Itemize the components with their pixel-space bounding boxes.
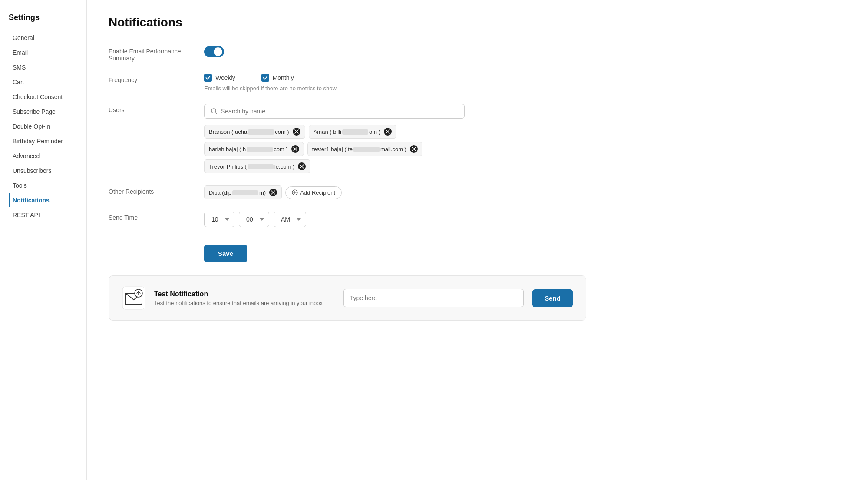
user-tag: tester1 bajaj ( temail.com ) [307, 142, 422, 156]
tag-text: Branson ( uchacom ) [209, 129, 289, 135]
other-recipients-row: Other Recipients Dipa (dipm)Add Recipien… [109, 185, 586, 199]
send-time-controls: 123456789101112 00153045 AMPM [204, 212, 586, 227]
hour-select[interactable]: 123456789101112 [204, 212, 234, 227]
enable-email-row: Enable Email Performance Summary [109, 45, 586, 62]
test-notification-title: Test Notification [154, 290, 335, 298]
test-input-wrap [343, 289, 524, 307]
page-title: Notifications [109, 16, 586, 30]
tag-remove-button[interactable] [410, 145, 418, 153]
period-select[interactable]: AMPM [274, 212, 306, 227]
search-box[interactable] [204, 104, 465, 119]
tag-remove-button[interactable] [298, 162, 306, 170]
users-content: Branson ( uchacom )Aman ( billiom )haris… [204, 104, 586, 173]
frequency-row: Frequency Weekly [109, 74, 586, 92]
test-text-content: Test Notification Test the notifications… [154, 290, 335, 306]
svg-line-1 [215, 113, 217, 114]
freq-weekly[interactable]: Weekly [204, 74, 235, 82]
minute-select-wrapper: 00153045 [239, 212, 269, 227]
tag-remove-button[interactable] [384, 128, 392, 136]
tag-text: tester1 bajaj ( temail.com ) [312, 146, 406, 152]
save-label-spacer [109, 239, 204, 242]
weekly-checkbox[interactable] [204, 74, 212, 82]
test-notification-bar: Test Notification Test the notifications… [109, 275, 586, 321]
weekly-label: Weekly [215, 74, 235, 81]
sidebar-item-notifications[interactable]: Notifications [9, 193, 86, 207]
freq-monthly[interactable]: Monthly [261, 74, 294, 82]
send-time-content: 123456789101112 00153045 AMPM [204, 212, 586, 227]
sidebar-item-double-opt-in[interactable]: Double Opt-in [9, 119, 86, 133]
user-tag: Trevor Philips (le.com ) [204, 159, 310, 173]
sidebar-item-tools[interactable]: Tools [9, 179, 86, 192]
enable-email-toggle[interactable] [204, 46, 224, 57]
period-select-wrapper: AMPM [274, 212, 306, 227]
sidebar-item-email[interactable]: Email [9, 46, 86, 60]
monthly-checkbox[interactable] [261, 74, 269, 82]
sidebar-item-checkout-consent[interactable]: Checkout Consent [9, 90, 86, 104]
sidebar: Settings GeneralEmailSMSCartCheckout Con… [0, 0, 87, 480]
frequency-label: Frequency [109, 74, 204, 83]
sidebar-item-unsubscribers[interactable]: Unsubscribers [9, 164, 86, 178]
send-button[interactable]: Send [532, 289, 573, 307]
recipient-remove-button[interactable] [269, 189, 277, 196]
test-notification-icon [122, 286, 145, 310]
main-content: Notifications Enable Email Performance S… [87, 0, 608, 480]
app-layout: Settings GeneralEmailSMSCartCheckout Con… [0, 0, 868, 480]
search-input[interactable] [221, 108, 458, 115]
user-tag: Branson ( uchacom ) [204, 125, 305, 139]
sidebar-item-rest-api[interactable]: REST API [9, 208, 86, 222]
add-recipient-button[interactable]: Add Recipient [285, 186, 342, 199]
user-tag: harish bajaj ( hcom ) [204, 142, 304, 156]
save-content: Save [204, 239, 586, 262]
tag-text: harish bajaj ( hcom ) [209, 146, 288, 152]
send-time-label: Send Time [109, 212, 204, 221]
save-row: Save [109, 239, 586, 262]
sidebar-item-cart[interactable]: Cart [9, 75, 86, 89]
sidebar-title: Settings [9, 13, 86, 22]
users-row: Users Branson ( uchacom )Aman ( billiom … [109, 104, 586, 173]
save-button[interactable]: Save [204, 245, 247, 262]
users-label: Users [109, 104, 204, 113]
enable-email-label: Enable Email Performance Summary [109, 45, 204, 62]
toggle-slider [204, 46, 224, 57]
frequency-note: Emails will be skipped if there are no m… [204, 85, 586, 92]
hour-select-wrapper: 123456789101112 [204, 212, 234, 227]
enable-email-content [204, 45, 586, 59]
recipients-list: Dipa (dipm)Add Recipient [204, 185, 586, 199]
tag-text: Aman ( billiom ) [314, 129, 380, 135]
monthly-label: Monthly [273, 74, 294, 81]
sidebar-item-subscribe-page[interactable]: Subscribe Page [9, 105, 86, 119]
search-icon [211, 108, 218, 115]
frequency-content: Weekly Monthly Emails will be skipped if… [204, 74, 586, 92]
user-tag: Aman ( billiom ) [309, 125, 396, 139]
sidebar-item-sms[interactable]: SMS [9, 60, 86, 74]
users-tags: Branson ( uchacom )Aman ( billiom )haris… [204, 125, 473, 173]
sidebar-item-general[interactable]: General [9, 31, 86, 45]
frequency-options: Weekly Monthly [204, 74, 586, 82]
tag-remove-button[interactable] [293, 128, 300, 136]
test-notification-desc: Test the notifications to ensure that em… [154, 300, 335, 306]
other-recipients-content: Dipa (dipm)Add Recipient [204, 185, 586, 199]
recipient-text: Dipa (dipm) [209, 189, 266, 196]
other-recipients-label: Other Recipients [109, 185, 204, 195]
tag-text: Trevor Philips (le.com ) [209, 163, 294, 170]
send-time-row: Send Time 123456789101112 00153045 AMPM [109, 212, 586, 227]
minute-select[interactable]: 00153045 [239, 212, 269, 227]
sidebar-item-birthday-reminder[interactable]: Birthday Reminder [9, 134, 86, 148]
sidebar-item-advanced[interactable]: Advanced [9, 149, 86, 163]
tag-remove-button[interactable] [291, 145, 299, 153]
recipient-tag: Dipa (dipm) [204, 185, 282, 199]
test-email-input[interactable] [343, 289, 524, 307]
